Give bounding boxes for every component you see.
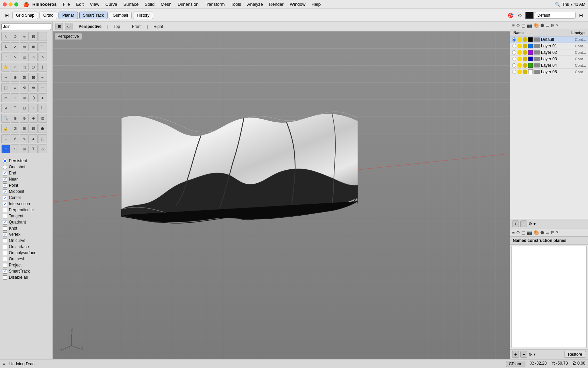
ncp-render-icon[interactable]: 🎨 [534,230,539,235]
snap-point[interactable]: Point [3,182,50,188]
layers-icon[interactable]: ≡ [512,23,515,28]
layer-02-name[interactable]: Layer 02 [541,50,575,55]
snap-smarttrack[interactable]: SmartTrack [3,268,50,274]
analysis-tool[interactable]: ⊛ [29,83,38,92]
layout-icon[interactable]: ▭ [545,23,550,28]
layer-row-05[interactable]: Layer 05 Cont... [510,69,588,75]
snap-persistent-radio[interactable] [3,159,7,163]
color-swatch[interactable] [525,12,534,19]
ncp-view-icon[interactable]: ⊟ [551,230,555,235]
ncp-layers-icon[interactable]: ≡ [512,230,515,235]
menu-surface[interactable]: Surface [121,1,142,7]
ncp-dropdown-icon[interactable]: ▾ [534,352,536,357]
snap-oneshot[interactable]: One shot [3,164,50,170]
snap-disableall-check[interactable] [3,275,7,280]
x-tool[interactable]: ⊠ [11,124,19,133]
tab-right[interactable]: Right [149,23,167,30]
layer-row-default[interactable]: Default Cont... [510,36,588,43]
side-tool[interactable]: ⊢ [38,104,47,112]
wave-tool[interactable]: ∿ [20,134,29,143]
layer-04-linetype[interactable] [534,63,540,67]
ncp-help-icon[interactable]: ? [556,230,558,235]
gumball-button[interactable]: Gumball [109,12,132,19]
scale-tool[interactable]: ⤢ [11,42,19,51]
flow-tool[interactable]: → [1,73,10,82]
menu-tools[interactable]: Tools [228,1,244,7]
subtract-tool[interactable]: ⊟ [29,73,38,82]
layer-02-active-radio[interactable] [512,50,516,55]
snap-intersection[interactable]: Intersection [3,201,50,207]
minus-tool[interactable]: ⊟ [20,104,29,112]
layer-row-04[interactable]: Layer 04 Cont... [510,62,588,69]
layer-04-material[interactable] [517,63,522,68]
layer-03-linetype[interactable] [534,57,540,61]
command-input[interactable] [1,23,51,30]
snap-onsurface-check[interactable] [3,245,7,249]
snap-center-check[interactable] [3,196,7,200]
layer-row-01[interactable]: Layer 01 Cont... [510,43,588,49]
layer-default-lock[interactable] [523,37,527,42]
array-tool[interactable]: ⊕ [11,73,19,82]
text-tool[interactable]: T [29,144,38,153]
layer-01-active-radio[interactable] [512,44,516,48]
snap-midpoint-check[interactable] [3,189,7,194]
layer-05-linetype[interactable] [534,70,540,74]
light-tool[interactable]: ⊙ [1,144,10,153]
add-layer-button[interactable]: + [512,220,519,227]
layer-01-linetype[interactable] [534,44,540,48]
layer-02-linetype[interactable] [534,50,540,55]
scissors-tool[interactable]: ✂ [1,93,10,102]
pen-tool[interactable]: ✐ [11,134,19,143]
snap-intersection-check[interactable] [3,202,7,206]
menu-window[interactable]: Window [287,1,308,7]
ncp-remove-button[interactable]: − [520,351,527,358]
planar-button[interactable]: Planar [59,12,78,19]
snap-disableall[interactable]: Disable all [3,274,50,280]
gridsnap-button[interactable]: Grid Snap [12,12,38,19]
layer-default-material[interactable] [517,37,522,42]
center-tool[interactable]: ⊕ [11,114,19,123]
snap-onpolysurface[interactable]: On polysurface [3,250,50,256]
menu-transform[interactable]: Transform [202,1,227,7]
menu-curve[interactable]: Curve [103,1,120,7]
panel-toggle-button[interactable]: ⊟ [577,11,585,19]
menu-edit[interactable]: Edit [73,1,86,7]
top-tool[interactable]: ⊤ [29,104,38,112]
viewport[interactable]: Perspective [53,31,510,359]
tube-tool[interactable]: ⬟ [38,124,47,133]
ncp-layout-icon[interactable]: ⬟ [540,230,544,235]
corner-tool[interactable]: ⌐ [38,73,47,82]
menu-analyze[interactable]: Analyze [245,1,266,7]
layer-03-material[interactable] [517,57,522,61]
layer-01-lock[interactable] [523,44,527,48]
snap-tool[interactable]: ⊙ [20,114,29,123]
circle-tool[interactable]: ○ [11,63,19,72]
snap-project-check[interactable] [3,263,7,267]
select-tool[interactable]: ↖ [1,32,10,41]
hex-tool[interactable]: ⬡ [29,93,38,102]
snap-tangent-check[interactable] [3,214,7,218]
polygon-tool[interactable]: ⬠ [29,63,38,72]
menu-help[interactable]: Help [309,1,324,7]
menu-render[interactable]: Render [266,1,287,7]
rotate-tool[interactable]: ↻ [1,42,10,51]
line-tool[interactable]: ∣ [38,63,47,72]
tab-top[interactable]: Top [110,23,124,30]
layer-04-name[interactable]: Layer 04 [541,63,575,68]
sel-filter-tool[interactable]: ⬚ [1,83,10,92]
blend-tool[interactable]: ∿ [38,52,47,61]
frame-tool[interactable]: ⬚ [38,134,47,143]
rect-tool[interactable]: ▭ [20,42,29,51]
pan-tool[interactable]: ✋ [1,63,10,72]
maximize-button[interactable] [14,2,18,6]
snap-near-check[interactable] [3,177,7,182]
boolean-tool[interactable]: ⊌ [1,104,10,112]
snap-smarttrack-check[interactable] [3,269,7,274]
fillet2-tool[interactable]: ⌒ [11,104,19,112]
ncp-camera-icon[interactable]: 📷 [527,230,532,235]
snap-oneshot-radio[interactable] [3,165,7,169]
viewport-single-icon[interactable]: ▭ [65,23,72,30]
layer-default-name[interactable]: Default [541,37,575,42]
menu-file[interactable]: File [60,1,73,7]
layer-row-03[interactable]: Layer 03 Cont... [510,56,588,62]
